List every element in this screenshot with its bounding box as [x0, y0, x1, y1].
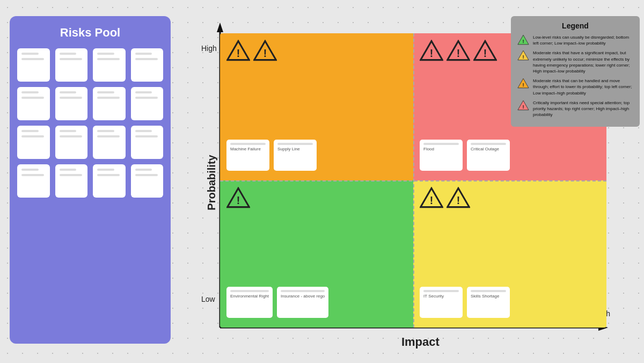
svg-text:!: !	[430, 47, 433, 59]
legend-text-orange2: Moderate risks that can be handled and m…	[533, 78, 633, 96]
pool-card[interactable]	[17, 87, 50, 120]
pool-card-line	[135, 97, 158, 99]
risks-pool-title: Risks Pool	[17, 26, 163, 40]
card-skills-shortage[interactable]: Skills Shortage	[467, 287, 510, 318]
svg-text:!: !	[484, 47, 487, 59]
svg-text:!: !	[237, 194, 240, 206]
pool-card[interactable]	[131, 48, 164, 82]
pool-card-line	[21, 53, 39, 55]
risks-pool-grid	[17, 48, 163, 198]
pool-card[interactable]	[93, 164, 126, 198]
legend-item-orange: ! Moderate risks that have a significant…	[517, 50, 633, 74]
svg-text:!: !	[264, 47, 267, 59]
pool-card[interactable]	[131, 126, 164, 159]
pool-card-line	[97, 130, 114, 132]
pool-card-line	[60, 135, 82, 137]
pool-card-line	[97, 174, 120, 176]
legend-item-green: ! Low-level risks can usually be disrega…	[517, 34, 633, 46]
pool-card-line	[60, 53, 77, 55]
pool-card-line	[21, 174, 44, 176]
quadrant-bottom-left: ! Environmental Right Insurance - above …	[220, 180, 413, 328]
pool-card-line	[60, 169, 77, 171]
quadrant-top-left: ! ! Machine Failure Supply Line	[220, 33, 413, 180]
pool-card-line	[97, 91, 114, 93]
legend-icon-orange2: !	[517, 78, 529, 89]
risks-pool-panel: Risks Pool	[10, 16, 171, 344]
pool-card-line	[60, 174, 82, 176]
pool-card[interactable]	[17, 48, 50, 82]
warning-icons-top-left: ! !	[226, 40, 407, 61]
svg-text:!: !	[237, 47, 240, 59]
pool-card[interactable]	[55, 48, 88, 82]
pool-card[interactable]	[55, 87, 88, 120]
svg-marker-1	[217, 23, 223, 32]
impact-axis-label: Impact	[401, 335, 440, 349]
pool-card-line	[21, 58, 44, 60]
pool-card[interactable]	[131, 164, 164, 198]
svg-text:!: !	[430, 194, 433, 206]
pool-card-line	[135, 130, 152, 132]
axis-tick-low-y: Low	[201, 295, 215, 303]
pool-card-line	[21, 135, 44, 137]
pool-card[interactable]	[55, 164, 88, 198]
warn-icon-orange-2: !	[253, 40, 277, 61]
legend-icon-red: !	[517, 100, 529, 111]
card-it-security[interactable]: IT Security	[420, 287, 463, 318]
svg-text:!: !	[457, 47, 460, 59]
legend-icon-orange: !	[517, 50, 529, 61]
warn-icon-red-2: !	[447, 40, 470, 61]
probability-axis-label: Probability	[206, 155, 218, 210]
pool-card[interactable]	[93, 126, 126, 159]
legend-icon-green: !	[517, 34, 529, 45]
legend-title: Legend	[517, 21, 633, 30]
card-environmental-right[interactable]: Environmental Right	[226, 287, 273, 318]
pool-card-line	[135, 135, 158, 137]
card-critical-outage[interactable]: Critical Outage	[467, 140, 510, 171]
pool-card-line	[97, 58, 120, 60]
warning-icons-bot-left: !	[226, 187, 407, 208]
warning-icons-bot-right: ! !	[420, 187, 600, 208]
legend-item-orange2: ! Moderate risks that can be handled and…	[517, 78, 633, 96]
legend-panel: Legend ! Low-level risks can usually be …	[511, 16, 640, 127]
warn-icon-yellow-2: !	[447, 187, 470, 208]
cards-bot-right: IT Security Skills Shortage	[420, 287, 600, 318]
pool-card-line	[60, 58, 82, 60]
card-flood[interactable]: Flood	[420, 140, 463, 171]
warn-icon-green-1: !	[226, 187, 250, 208]
pool-card[interactable]	[17, 164, 50, 198]
pool-card[interactable]	[93, 48, 126, 82]
quadrant-bottom-right: ! ! IT Security Skills Shortage	[413, 180, 606, 328]
card-machine-failure[interactable]: Machine Failure	[226, 140, 269, 171]
pool-card-line	[21, 91, 39, 93]
pool-card[interactable]	[17, 126, 50, 159]
pool-card-line	[60, 97, 82, 99]
svg-text:!: !	[522, 54, 524, 60]
svg-text:!: !	[522, 82, 524, 88]
pool-card-line	[135, 53, 152, 55]
cards-top-right: Flood Critical Outage	[420, 140, 600, 171]
pool-card-line	[21, 97, 44, 99]
pool-card-line	[97, 97, 120, 99]
warn-icon-red-3: !	[473, 40, 497, 61]
warn-icon-yellow-1: !	[420, 187, 443, 208]
cards-bot-left: Environmental Right Insurance - above re…	[226, 287, 407, 318]
pool-card-line	[135, 174, 158, 176]
svg-text:!: !	[522, 104, 524, 110]
pool-card[interactable]	[93, 87, 126, 120]
pool-card[interactable]	[55, 126, 88, 159]
legend-text-green: Low-level risks can usually be disregard…	[533, 34, 633, 46]
svg-text:!: !	[457, 194, 460, 206]
svg-text:!: !	[522, 38, 524, 44]
divider-vertical	[413, 33, 414, 328]
axis-tick-high-y: High	[201, 44, 217, 53]
legend-text-red: Critically important risks need special …	[533, 100, 633, 118]
legend-text-orange: Moderate risks that have a significant i…	[533, 50, 633, 74]
warn-icon-red-1: !	[420, 40, 443, 61]
card-insurance[interactable]: Insurance - above rego	[277, 287, 328, 318]
cards-top-left: Machine Failure Supply Line	[226, 140, 407, 171]
pool-card[interactable]	[131, 87, 164, 120]
pool-card-line	[135, 169, 152, 171]
card-supply-line[interactable]: Supply Line	[274, 140, 317, 171]
pool-card-line	[21, 169, 39, 171]
pool-card-line	[21, 130, 39, 132]
